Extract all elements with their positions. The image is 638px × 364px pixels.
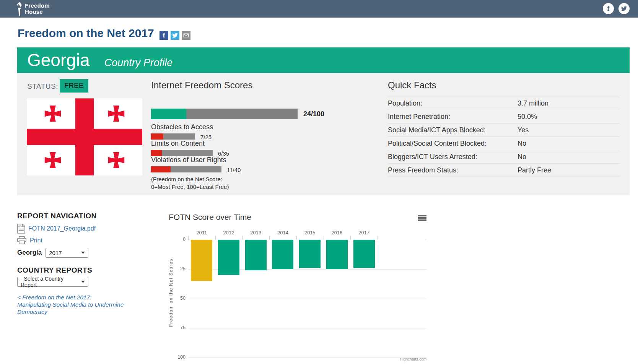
- status-badge: FREE: [60, 79, 88, 93]
- report-home-link[interactable]: < Freedom on the Net 2017: Manipulating …: [17, 294, 151, 315]
- score-note: (Freedom on the Net Score: 0=Most Free, …: [151, 176, 229, 191]
- banner-subtitle: Country Profile: [104, 57, 173, 69]
- banner-country-name: Georgia: [27, 47, 90, 73]
- country-reports-heading: COUNTRY REPORTS: [17, 266, 92, 275]
- chart-tick-mark: [188, 236, 189, 240]
- quick-facts-heading: Quick Facts: [388, 80, 436, 91]
- quick-fact-label: Internet Penetration:: [388, 113, 518, 121]
- svg-text:PDF: PDF: [18, 225, 23, 227]
- print-row: Print: [17, 236, 42, 244]
- chart-x-tick-label: 2012: [215, 230, 242, 236]
- subscore-fill: [151, 166, 171, 172]
- chart-tick-mark: [324, 236, 324, 240]
- quick-fact-value: No: [518, 140, 526, 148]
- chart-y-axis-label: Freedom on the Net Scores: [168, 251, 176, 335]
- quick-facts-table: Population:3.7 millionInternet Penetrati…: [388, 97, 620, 177]
- country-report-select[interactable]: - Select a Country Report -: [17, 277, 88, 287]
- share-email-icon[interactable]: [182, 31, 190, 40]
- country-select-label: Georgia: [17, 249, 42, 257]
- quick-fact-row: Internet Penetration:50.0%: [388, 110, 620, 123]
- subscore-fill: [151, 150, 162, 156]
- subscore-bar: [151, 166, 221, 172]
- chart-bar-2014: [272, 240, 293, 269]
- chart-y-tick-label: 25: [169, 266, 186, 271]
- pdf-icon: PDF: [17, 224, 25, 234]
- total-score-value: 24/100: [303, 110, 324, 118]
- chart-y-tick-label: 50: [169, 296, 186, 301]
- quick-fact-row: Press Freedom Status:Partly Free: [388, 164, 620, 177]
- quick-fact-label: Social Media/ICT Apps Blocked:: [388, 126, 518, 134]
- chart-tick-mark: [378, 236, 378, 240]
- chart-x-tick-label: 2015: [296, 230, 323, 236]
- chart-gridline: [188, 358, 426, 358]
- chart-tick-mark: [242, 236, 243, 240]
- chart-bar-2013: [245, 240, 267, 270]
- quick-fact-row: Political/Social Content Blocked:No: [388, 137, 620, 150]
- page-title: Freedom on the Net 2017: [18, 27, 154, 40]
- country-profile-card: STATUS: FREE Internet Freedom Scores 24/…: [17, 73, 630, 195]
- caret-down-icon: [81, 281, 85, 283]
- chart-bar-2012: [218, 240, 239, 275]
- chart-y-tick-label: 100: [169, 354, 186, 360]
- logo-text-line1: Freedom: [25, 3, 50, 9]
- internet-freedom-scores: Internet Freedom Scores 24/100 Obstacles…: [151, 73, 323, 195]
- torch-icon: [15, 2, 23, 16]
- subscore-bar: [151, 133, 195, 140]
- quick-fact-value: 3.7 million: [518, 99, 548, 107]
- chart-tick-mark: [269, 236, 270, 240]
- status-label: STATUS:: [27, 82, 58, 91]
- quick-fact-value: Yes: [518, 126, 529, 134]
- quick-fact-row: Population:3.7 million: [388, 97, 620, 110]
- subscore-name: Obstacles to Access: [151, 123, 213, 131]
- fotn-score-chart: FOTN Score over Time Freedom on the Net …: [169, 213, 433, 364]
- subscore-name: Violations of User Rights: [151, 156, 226, 164]
- chart-y-tick-label: 0: [169, 237, 186, 242]
- share-twitter-icon[interactable]: [171, 31, 179, 40]
- chart-x-tick-label: 2013: [243, 230, 269, 236]
- share-facebook-icon[interactable]: f: [160, 31, 168, 40]
- print-link[interactable]: Print: [30, 237, 42, 244]
- site-header: Freedom House f: [0, 0, 638, 18]
- chart-tick-mark: [215, 236, 216, 240]
- chart-y-tick-label: 75: [169, 325, 186, 330]
- georgia-flag: [27, 98, 142, 176]
- pdf-download-row: PDF FOTN 2017_Georgia.pdf: [17, 224, 96, 234]
- freedom-house-logo[interactable]: Freedom House: [15, 2, 50, 16]
- chart-bar-2011: [191, 240, 212, 281]
- logo-text-line2: House: [25, 9, 50, 15]
- chart-tick-mark: [296, 236, 297, 240]
- share-buttons: f: [160, 31, 190, 40]
- chart-x-tick-label: 2016: [324, 230, 350, 236]
- quick-fact-row: Bloggers/ICT Users Arrested:No: [388, 150, 620, 164]
- chart-x-tick-label: 2017: [351, 230, 378, 236]
- chart-bar-2015: [299, 240, 321, 268]
- facebook-icon[interactable]: f: [603, 3, 614, 14]
- quick-fact-label: Population:: [388, 99, 518, 107]
- scores-heading: Internet Freedom Scores: [151, 80, 252, 91]
- pdf-download-link[interactable]: FOTN 2017_Georgia.pdf: [28, 225, 96, 232]
- quick-fact-value: 50.0%: [518, 113, 537, 121]
- report-navigation-heading: REPORT NAVIGATION: [17, 212, 97, 220]
- quick-fact-row: Social Media/ICT Apps Blocked:Yes: [388, 123, 620, 137]
- twitter-icon[interactable]: [618, 3, 630, 14]
- quick-fact-value: Partly Free: [518, 166, 551, 174]
- country-banner: Georgia Country Profile: [17, 47, 630, 73]
- subscore-fill: [151, 133, 163, 140]
- chart-gridline: [188, 328, 426, 328]
- chart-x-tick-label: 2014: [269, 230, 296, 236]
- country-year-row: Georgia 2017: [17, 248, 88, 258]
- subscore-bar: [151, 150, 213, 156]
- quick-fact-label: Bloggers/ICT Users Arrested:: [388, 153, 518, 161]
- chart-bar-2017: [353, 240, 375, 268]
- quick-fact-value: No: [518, 153, 526, 161]
- year-select[interactable]: 2017: [46, 248, 88, 258]
- quick-fact-label: Political/Social Content Blocked:: [388, 140, 518, 148]
- chart-tick-mark: [350, 236, 351, 240]
- quick-fact-label: Press Freedom Status:: [388, 166, 518, 174]
- caret-down-icon: [81, 252, 85, 254]
- chart-gridline: [188, 299, 426, 299]
- total-score-fill: [151, 109, 186, 119]
- total-score-bar: [151, 109, 298, 119]
- subscore-name: Limits on Content: [151, 140, 205, 148]
- chart-plot-area: Freedom on the Net Scores Highcharts.com…: [169, 213, 433, 364]
